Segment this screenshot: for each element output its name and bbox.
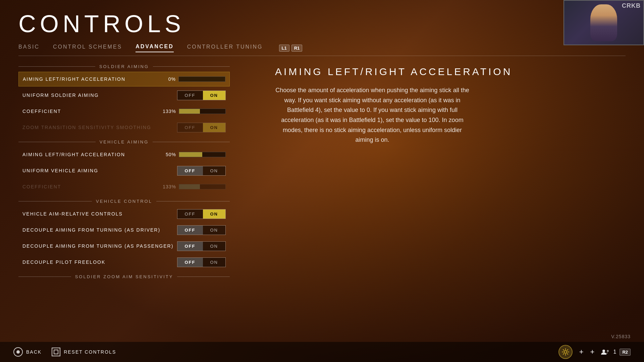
toggle-decouple-driver[interactable]: OFF ON — [177, 225, 226, 235]
players-icon — [601, 349, 610, 355]
player-info: 1 R2 — [601, 349, 631, 356]
slider-coeff[interactable]: 133% — [158, 109, 226, 114]
setting-decouple-pilot[interactable]: DECOUPLE PILOT FREELOOK OFF ON — [18, 255, 230, 269]
toggle-dd-on[interactable]: ON — [203, 226, 226, 235]
badge-l1: L1 — [279, 45, 289, 52]
setting-name-decouple-driver: DECOUPLE AIMING FROM TURNING (AS DRIVER) — [22, 227, 177, 233]
back-icon — [13, 347, 23, 357]
toggle-var[interactable]: OFF ON — [177, 209, 226, 219]
toggle-uva[interactable]: OFF ON — [177, 166, 226, 176]
slider-bar-vehicle-lr[interactable] — [179, 152, 226, 157]
detail-description: Choose the amount of acceleration when p… — [275, 85, 470, 145]
setting-name-usa: UNIFORM SOLDIER AIMING — [22, 93, 177, 98]
plus-btn-2[interactable]: + — [590, 348, 595, 356]
setting-name-aiming-lr: AIMING LEFT/RIGHT ACCELERATION — [23, 76, 157, 82]
toggle-dpf-off[interactable]: OFF — [177, 258, 203, 267]
detail-title: AIMING LEFT/RIGHT ACCELERATION — [275, 66, 624, 77]
right-panel: AIMING LEFT/RIGHT ACCELERATION Choose th… — [248, 59, 644, 282]
toggle-usa-off[interactable]: OFF — [177, 91, 203, 100]
toggle-var-off[interactable]: OFF — [177, 209, 203, 219]
section-vehicle-control-divider: VEHICLE CONTROL — [18, 199, 230, 204]
toggle-zoom: OFF ON — [177, 123, 226, 132]
setting-name-coeff: COEFFICIENT — [22, 109, 158, 114]
circle-inner — [16, 350, 20, 354]
toggle-var-on[interactable]: ON — [203, 209, 226, 219]
section-soldier-aiming-divider: SOLDIER AIMING — [18, 64, 230, 69]
watermark: CRKB — [622, 2, 641, 9]
webcam-overlay: CRKB — [564, 0, 644, 45]
toggle-decouple-passenger[interactable]: OFF ON — [177, 241, 226, 251]
setting-decouple-driver[interactable]: DECOUPLE AIMING FROM TURNING (AS DRIVER)… — [18, 223, 230, 237]
toggle-uva-off[interactable]: OFF — [177, 166, 203, 175]
slider-fill-coeff — [179, 109, 200, 114]
setting-name-vehicle-lr: AIMING LEFT/RIGHT ACCELERATION — [22, 152, 158, 157]
toggle-dp-on[interactable]: ON — [203, 242, 226, 251]
reset-action[interactable]: RESET CONTROLS — [52, 348, 116, 356]
setting-decouple-passenger[interactable]: DECOUPLE AIMING FROM TURNING (AS PASSENG… — [18, 239, 230, 253]
toggle-dd-off[interactable]: OFF — [177, 226, 203, 235]
slider-vehicle-coeff: 133% — [158, 184, 226, 189]
plus-btn-1[interactable]: + — [579, 348, 584, 356]
setting-name-decouple-pilot: DECOUPLE PILOT FREELOOK — [22, 259, 177, 265]
slider-bar-aiming-lr[interactable] — [178, 76, 225, 82]
slider-fill-vehicle-lr — [179, 152, 202, 157]
setting-vehicle-coefficient: COEFFICIENT 133% — [18, 179, 230, 194]
version-number: V.25833 — [611, 334, 631, 339]
gear-svg — [561, 348, 570, 356]
slider-bar-coeff[interactable] — [179, 109, 226, 114]
toggle-dp-off[interactable]: OFF — [177, 242, 203, 251]
setting-zoom-transition: ZOOM TRANSITION SENSITIVITY SMOOTHING OF… — [18, 120, 230, 135]
bottom-right: + + 1 R2 — [558, 345, 631, 359]
webcam-person — [590, 4, 617, 41]
setting-uniform-vehicle-aiming[interactable]: UNIFORM VEHICLE AIMING OFF ON — [18, 163, 230, 178]
tab-control-schemes[interactable]: CONTROL SCHEMES — [53, 44, 122, 52]
slider-aiming-lr[interactable]: 0% — [157, 76, 225, 82]
back-action[interactable]: BACK — [13, 347, 42, 357]
r2-badge: R2 — [620, 349, 631, 356]
section-soldier-zoom-divider: SOLDIER ZOOM AIM SENSITIVITY — [18, 274, 230, 279]
setting-name-uva: UNIFORM VEHICLE AIMING — [22, 168, 177, 173]
left-panel: SOLDIER AIMING AIMING LEFT/RIGHT ACCELER… — [0, 59, 248, 282]
gear-icon[interactable] — [558, 345, 573, 359]
slider-value-vehicle-lr: 50% — [158, 152, 176, 157]
reset-icon — [52, 348, 60, 356]
reset-label: RESET CONTROLS — [64, 349, 116, 355]
tab-advanced[interactable]: ADVANCED — [136, 44, 173, 52]
page-title: CONTROLS — [18, 10, 626, 38]
setting-name-var: VEHICLE AIM-RELATIVE CONTROLS — [22, 211, 177, 217]
toggle-decouple-pilot[interactable]: OFF ON — [177, 257, 226, 267]
player-count: 1 — [613, 349, 617, 355]
toggle-uva-on[interactable]: ON — [203, 166, 226, 175]
tab-controller-tuning[interactable]: CONTROLLER TUNING — [187, 44, 263, 52]
header: CONTROLS BASIC CONTROL SCHEMES ADVANCED … — [0, 0, 644, 56]
section-soldier-aiming-label: SOLDIER AIMING — [99, 64, 149, 69]
toggle-zoom-off: OFF — [177, 123, 203, 132]
setting-coefficient[interactable]: COEFFICIENT 133% — [18, 104, 230, 119]
toggle-usa-on[interactable]: ON — [203, 91, 226, 100]
setting-vehicle-lr-accel[interactable]: AIMING LEFT/RIGHT ACCELERATION 50% — [18, 147, 230, 162]
main-content: CONTROLS BASIC CONTROL SCHEMES ADVANCED … — [0, 0, 644, 362]
slider-vehicle-lr[interactable]: 50% — [158, 152, 226, 157]
slider-value-vehicle-coeff: 133% — [158, 184, 176, 189]
setting-aiming-lr-accel[interactable]: AIMING LEFT/RIGHT ACCELERATION 0% — [18, 72, 230, 86]
bottom-bar: BACK RESET CONTROLS + + — [0, 342, 644, 362]
main-area: SOLDIER AIMING AIMING LEFT/RIGHT ACCELER… — [0, 59, 644, 282]
reset-icon-svg — [54, 350, 58, 354]
setting-uniform-soldier-aiming[interactable]: UNIFORM SOLDIER AIMING OFF ON — [18, 88, 230, 103]
svg-rect-0 — [54, 350, 58, 354]
toggle-dpf-on[interactable]: ON — [203, 258, 226, 267]
toggle-zoom-on: ON — [203, 123, 226, 132]
svg-point-1 — [564, 351, 567, 353]
svg-point-2 — [602, 350, 605, 352]
toggle-usa[interactable]: OFF ON — [177, 90, 226, 100]
section-vehicle-aiming-label: VEHICLE AIMING — [100, 139, 149, 144]
setting-vehicle-aim-relative[interactable]: VEHICLE AIM-RELATIVE CONTROLS OFF ON — [18, 206, 230, 221]
section-vehicle-aiming-divider: VEHICLE AIMING — [18, 139, 230, 144]
svg-point-3 — [607, 350, 609, 352]
nav-tabs: BASIC CONTROL SCHEMES ADVANCED CONTROLLE… — [18, 44, 626, 56]
tab-basic[interactable]: BASIC — [18, 44, 40, 52]
nav-badges: L1 R1 — [279, 45, 303, 52]
setting-name-vehicle-coeff: COEFFICIENT — [22, 184, 158, 189]
section-soldier-zoom-label: SOLDIER ZOOM AIM SENSITIVITY — [75, 274, 173, 279]
badge-r1: R1 — [291, 45, 303, 52]
